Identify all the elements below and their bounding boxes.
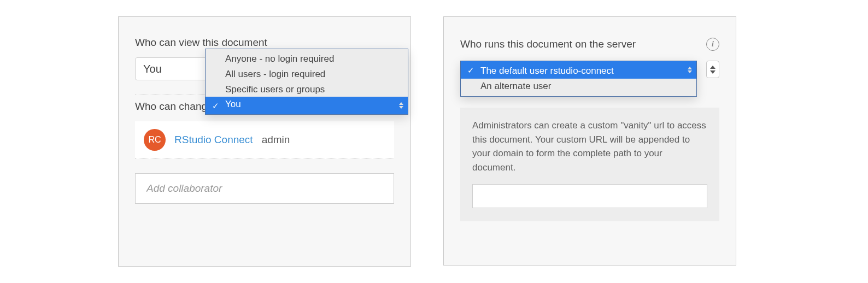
select-arrows-icon xyxy=(399,101,404,110)
owner-role: admin xyxy=(262,134,290,146)
view-option-all-users[interactable]: All users - login required xyxy=(206,67,408,82)
runas-title: Who runs this document on the server xyxy=(460,38,636,50)
runas-stepper[interactable] xyxy=(706,61,719,78)
access-panel: Who can view this document You Anyone - … xyxy=(118,16,411,267)
chevron-down-icon xyxy=(710,70,715,74)
view-option-anyone[interactable]: Anyone - no login required xyxy=(206,49,408,67)
owner-row: RC RStudio Connect admin xyxy=(135,121,394,159)
chevron-up-icon xyxy=(710,66,715,69)
view-option-you-label: You xyxy=(225,99,241,109)
runas-option-default-label: The default user rstudio-connect xyxy=(480,66,614,76)
vanity-url-help: Administrators can create a custom "vani… xyxy=(472,119,707,174)
select-arrows-icon xyxy=(688,65,693,75)
who-can-view-select[interactable]: You xyxy=(135,57,216,80)
add-collaborator-field[interactable] xyxy=(135,173,394,204)
view-option-you[interactable]: You xyxy=(206,97,408,114)
who-can-view-title: Who can view this document xyxy=(135,37,394,49)
owner-name[interactable]: RStudio Connect xyxy=(174,134,253,146)
vanity-url-section: Administrators can create a custom "vani… xyxy=(460,108,719,221)
vanity-url-input[interactable] xyxy=(472,184,707,208)
add-collaborator-input[interactable] xyxy=(145,182,384,195)
info-icon[interactable]: i xyxy=(706,38,719,51)
owner-avatar: RC xyxy=(144,129,166,151)
view-option-specific[interactable]: Specific users or groups xyxy=(206,82,408,97)
runas-option-default[interactable]: The default user rstudio-connect xyxy=(461,61,696,79)
runas-option-alternate[interactable]: An alternate user xyxy=(461,79,696,96)
who-can-view-dropdown[interactable]: Anyone - no login required All users - l… xyxy=(205,49,408,115)
runas-dropdown[interactable]: The default user rstudio-connect An alte… xyxy=(460,61,697,97)
runas-panel: Who runs this document on the server i T… xyxy=(443,16,736,266)
